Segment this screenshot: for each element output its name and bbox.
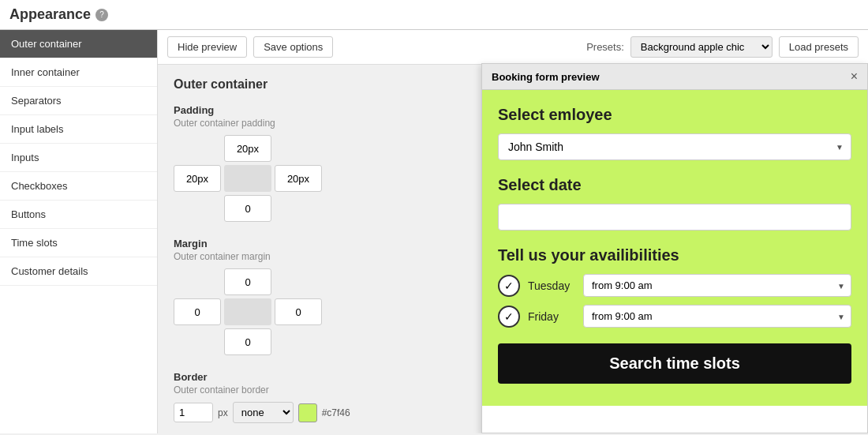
date-label: Select date — [498, 176, 851, 194]
margin-top-input[interactable] — [224, 268, 271, 295]
sidebar-item-inputs[interactable]: Inputs — [0, 144, 157, 172]
margin-center — [224, 298, 271, 325]
sidebar-item-time-slots[interactable]: Time slots — [0, 229, 157, 257]
preview-title: Booking form preview — [492, 71, 600, 83]
availability-label: Tell us your availibilities — [498, 246, 851, 264]
search-time-slots-button[interactable]: Search time slots — [498, 343, 851, 384]
app-header: Appearance ? — [0, 0, 868, 30]
border-style-select[interactable]: none solid dashed dotted — [233, 402, 294, 423]
employee-label: Select emloyee — [498, 106, 851, 124]
presets-select[interactable]: Background apple chic — [630, 36, 773, 58]
availability-row-friday: ✓ Friday from 9:00 am — [498, 305, 851, 328]
friday-day-label: Friday — [528, 310, 575, 323]
preview-header: Booking form preview × — [482, 64, 867, 90]
margin-bottom-input[interactable] — [224, 328, 271, 355]
padding-right-input[interactable] — [275, 165, 322, 192]
border-width-input[interactable] — [174, 403, 213, 422]
availability-section: Tell us your availibilities ✓ Tuesday fr… — [498, 246, 851, 384]
tuesday-time-select[interactable]: from 9:00 am — [583, 274, 851, 297]
padding-left-input[interactable] — [174, 165, 221, 192]
sidebar-item-outer-container[interactable]: Outer container — [0, 30, 157, 58]
sidebar-item-input-labels[interactable]: Input labels — [0, 115, 157, 144]
sidebar-item-separators[interactable]: Separators — [0, 87, 157, 115]
presets-label: Presets: — [586, 41, 624, 53]
date-section: Select date — [498, 176, 851, 246]
booking-form: Select emloyee John Smith Select date — [482, 90, 867, 406]
sidebar-item-buttons[interactable]: Buttons — [0, 201, 157, 229]
load-presets-button[interactable]: Load presets — [779, 36, 859, 58]
margin-left-input[interactable] — [174, 298, 221, 325]
preview-body: Select emloyee John Smith Select date — [482, 90, 867, 433]
toolbar: Hide preview Save options Presets: Backg… — [158, 30, 868, 65]
date-input[interactable] — [498, 204, 851, 231]
preview-panel: Booking form preview × Select emloyee Jo… — [481, 63, 868, 433]
app-title: Appearance — [9, 6, 91, 23]
tuesday-day-label: Tuesday — [528, 279, 575, 292]
content-area: Hide preview Save options Presets: Backg… — [158, 30, 868, 433]
margin-right-input[interactable] — [275, 298, 322, 325]
employee-section: Select emloyee John Smith — [498, 106, 851, 160]
tuesday-check-circle[interactable]: ✓ — [498, 275, 520, 297]
padding-top-input[interactable] — [224, 135, 271, 162]
employee-select[interactable]: John Smith — [498, 133, 851, 160]
sidebar-item-customer-details[interactable]: Customer details — [0, 257, 157, 286]
friday-time-select[interactable]: from 9:00 am — [583, 305, 851, 328]
sidebar: Outer container Inner container Separato… — [0, 30, 158, 433]
availability-row-tuesday: ✓ Tuesday from 9:00 am — [498, 274, 851, 297]
border-color-swatch[interactable] — [298, 403, 317, 422]
border-unit-label: px — [218, 407, 228, 418]
border-color-text: #c7f46 — [322, 407, 350, 418]
save-options-button[interactable]: Save options — [253, 36, 333, 58]
sidebar-item-inner-container[interactable]: Inner container — [0, 58, 157, 87]
hide-preview-button[interactable]: Hide preview — [167, 36, 247, 58]
friday-check-circle[interactable]: ✓ — [498, 306, 520, 328]
sidebar-item-checkboxes[interactable]: Checkboxes — [0, 172, 157, 201]
preview-close-button[interactable]: × — [851, 70, 858, 83]
padding-center — [224, 165, 271, 192]
help-icon[interactable]: ? — [95, 9, 108, 21]
padding-bottom-input[interactable] — [224, 195, 271, 222]
